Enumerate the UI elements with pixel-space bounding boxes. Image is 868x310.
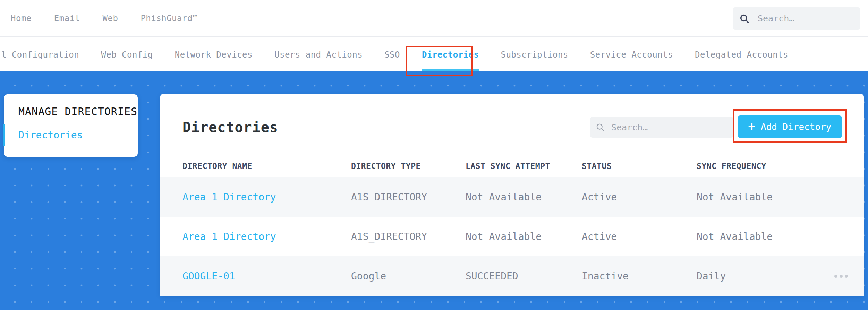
sync-frequency-cell: Not Available: [697, 231, 815, 242]
tab[interactable]: Subscriptions: [501, 38, 568, 71]
directory-type-cell: A1S_DIRECTORY: [351, 231, 466, 242]
directory-name-link[interactable]: Area 1 Directory: [182, 231, 351, 242]
directories-panel: Directories + Add Directory DIRECTORY NA…: [160, 94, 864, 296]
search-icon: [739, 13, 750, 24]
global-search: [733, 7, 860, 30]
column-header-status: STATUS: [582, 162, 697, 171]
column-header-last-sync: LAST SYNC ATTEMPT: [466, 162, 582, 171]
tab[interactable]: l Configuration: [1, 38, 79, 71]
status-cell: Inactive: [582, 270, 697, 282]
tab[interactable]: Delegated Accounts: [695, 38, 788, 71]
tab-label: SSO: [384, 50, 400, 60]
tab-label: Web Config: [101, 50, 153, 60]
plus-icon: +: [748, 120, 755, 132]
status-cell: Active: [582, 191, 697, 203]
screen: Home Email Web PhishGuard™ l Configurati…: [0, 0, 868, 310]
top-nav-item[interactable]: Home: [11, 14, 32, 23]
search-icon: [595, 122, 605, 132]
tab[interactable]: Web Config: [101, 38, 153, 71]
settings-tab-bar: l Configuration Web Config Network Devic…: [0, 38, 868, 71]
table-row: GOOGLE-01 Google SUCCEEDED Inactive Dail…: [160, 256, 864, 296]
column-header-directory-name: DIRECTORY NAME: [182, 162, 351, 171]
more-actions-icon[interactable]: [832, 273, 850, 280]
column-header-sync-frequency: SYNC FREQUENCY: [697, 162, 815, 171]
top-nav-item[interactable]: Web: [103, 14, 118, 23]
directories-search-input[interactable]: [611, 122, 715, 132]
top-nav: Home Email Web PhishGuard™: [11, 14, 198, 23]
top-bar: Home Email Web PhishGuard™: [0, 0, 868, 37]
sidebar-title: MANAGE DIRECTORIES: [4, 105, 138, 118]
tab-label: Subscriptions: [501, 50, 568, 60]
global-search-input[interactable]: [758, 14, 848, 24]
top-nav-item[interactable]: Email: [54, 14, 80, 23]
add-directory-button[interactable]: + Add Directory: [738, 115, 842, 138]
tab[interactable]: Network Devices: [175, 38, 253, 71]
sync-frequency-cell: Daily: [697, 270, 815, 282]
table-header-row: DIRECTORY NAME DIRECTORY TYPE LAST SYNC …: [160, 155, 864, 177]
top-nav-item[interactable]: PhishGuard™: [141, 14, 197, 23]
sidebar-item-directories[interactable]: Directories: [4, 129, 138, 141]
status-cell: Active: [582, 231, 697, 242]
tab[interactable]: Directories: [422, 38, 479, 71]
tab[interactable]: Users and Actions: [274, 38, 363, 71]
directory-type-cell: A1S_DIRECTORY: [351, 191, 466, 203]
directories-search: [590, 117, 734, 138]
sync-frequency-cell: Not Available: [697, 191, 815, 203]
last-sync-cell: SUCCEEDED: [466, 270, 582, 282]
table-row: Area 1 Directory A1S_DIRECTORY Not Avail…: [160, 177, 864, 217]
last-sync-cell: Not Available: [466, 231, 582, 242]
table-row: Area 1 Directory A1S_DIRECTORY Not Avail…: [160, 217, 864, 256]
directory-type-cell: Google: [351, 270, 466, 282]
tab-label: Users and Actions: [274, 50, 363, 60]
directory-name-link[interactable]: Area 1 Directory: [182, 191, 351, 203]
tab-label: Network Devices: [175, 50, 253, 60]
last-sync-cell: Not Available: [466, 191, 582, 203]
panel-title: Directories: [182, 119, 278, 135]
directory-name-link[interactable]: GOOGLE-01: [182, 270, 351, 282]
tab[interactable]: SSO: [384, 38, 400, 71]
tab-label: Delegated Accounts: [695, 50, 788, 60]
tab-label: l Configuration: [1, 50, 79, 60]
manage-directories-card: MANAGE DIRECTORIES Directories: [4, 94, 138, 157]
directories-table: DIRECTORY NAME DIRECTORY TYPE LAST SYNC …: [160, 155, 864, 296]
tab[interactable]: Service Accounts: [590, 38, 673, 71]
column-header-directory-type: DIRECTORY TYPE: [351, 162, 466, 171]
tab-label: Service Accounts: [590, 50, 673, 60]
tab-label: Directories: [422, 50, 479, 60]
add-directory-label: Add Directory: [761, 122, 832, 132]
